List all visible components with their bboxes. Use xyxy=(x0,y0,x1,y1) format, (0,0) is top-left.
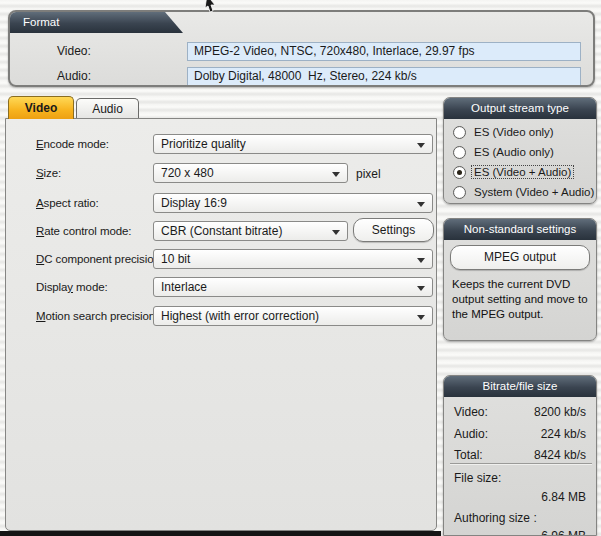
rate-control-select[interactable]: CBR (Constant bitrate) xyxy=(153,221,348,241)
display-mode-value: Interlace xyxy=(161,280,207,294)
motion-search-value: Highest (with error correction) xyxy=(161,309,319,323)
encode-mode-value: Prioritize quality xyxy=(161,137,246,151)
radio-label: ES (Video only) xyxy=(472,126,556,138)
rate-control-label: Rate control mode: xyxy=(36,225,131,237)
bitrate-audio-value: 224 kb/s xyxy=(541,427,586,441)
radio-label: ES (Audio only) xyxy=(472,146,556,158)
dc-precision-label: DC component precision: xyxy=(36,253,163,265)
size-value: 720 x 480 xyxy=(161,166,214,180)
chevron-down-icon xyxy=(417,315,425,320)
settings-button[interactable]: Settings xyxy=(353,218,434,242)
output-stream-type-header: Output stream type xyxy=(444,98,596,119)
format-video-field[interactable]: MPEG-2 Video, NTSC, 720x480, Interlace, … xyxy=(187,42,581,61)
encoder-settings-window: Format Video: MPEG-2 Video, NTSC, 720x48… xyxy=(0,0,601,536)
size-label: Size: xyxy=(36,167,61,179)
tab-audio-label: Audio xyxy=(92,102,123,116)
size-select[interactable]: 720 x 480 xyxy=(153,163,348,183)
bitrate-file-size-title: Bitrate/file size xyxy=(483,380,558,392)
chevron-down-icon xyxy=(417,143,425,148)
radio-icon xyxy=(453,166,466,179)
authoring-size-label: Authoring size : xyxy=(454,511,537,525)
mpeg-output-button[interactable]: MPEG output xyxy=(450,245,590,270)
tab-audio[interactable]: Audio xyxy=(76,98,139,119)
bitrate-file-size-panel: Bitrate/file size Video: 8200 kb/s Audio… xyxy=(443,375,597,536)
display-mode-select[interactable]: Interlace xyxy=(153,277,433,297)
tab-video[interactable]: Video xyxy=(8,96,74,119)
radio-icon xyxy=(453,146,466,159)
dc-precision-select[interactable]: 10 bit xyxy=(153,249,433,269)
bitrate-video-value: 8200 kb/s xyxy=(534,405,586,419)
format-panel-header: Format xyxy=(10,12,183,33)
tab-video-label: Video xyxy=(25,101,57,115)
aspect-ratio-label: Aspect ratio: xyxy=(36,197,99,209)
bitrate-file-size-header: Bitrate/file size xyxy=(444,376,596,397)
bitrate-audio-label: Audio: xyxy=(454,427,488,441)
format-audio-field[interactable]: Dolby Digital, 48000 Hz, Stereo, 224 kb/… xyxy=(187,67,581,86)
aspect-ratio-select[interactable]: Display 16:9 xyxy=(153,193,433,213)
aspect-ratio-value: Display 16:9 xyxy=(161,196,227,210)
authoring-size-value: 6.96 MB xyxy=(541,529,586,536)
dc-precision-value: 10 bit xyxy=(161,252,190,266)
output-stream-type-panel: Output stream type ES (Video only) ES (A… xyxy=(443,97,597,204)
format-video-label: Video: xyxy=(57,44,91,58)
bitrate-total-label: Total: xyxy=(454,448,483,462)
display-mode-label: Display mode: xyxy=(36,281,108,293)
non-standard-settings-panel: Non-standard settings MPEG output Keeps … xyxy=(443,218,597,341)
radio-label: System (Video + Audio) xyxy=(472,186,596,198)
mpeg-output-button-label: MPEG output xyxy=(484,250,556,264)
chevron-down-icon xyxy=(417,258,425,263)
chevron-down-icon xyxy=(332,172,340,177)
motion-search-label: Motion search precision: xyxy=(36,310,158,322)
bitrate-video-label: Video: xyxy=(454,405,488,419)
radio-label: ES (Video + Audio) xyxy=(472,166,573,178)
motion-search-select[interactable]: Highest (with error correction) xyxy=(153,306,433,326)
mouse-cursor-icon xyxy=(203,0,219,13)
non-standard-settings-header: Non-standard settings xyxy=(444,219,596,240)
non-standard-settings-title: Non-standard settings xyxy=(464,223,577,235)
radio-icon xyxy=(453,126,466,139)
file-size-value: 6.84 MB xyxy=(541,490,586,504)
encode-mode-select[interactable]: Prioritize quality xyxy=(153,134,433,154)
window-bottom-edge xyxy=(0,531,441,536)
format-panel: Format Video: MPEG-2 Video, NTSC, 720x48… xyxy=(8,10,595,87)
video-tab-panel: Encode mode: Prioritize quality Size: 72… xyxy=(5,118,437,531)
chevron-down-icon xyxy=(417,286,425,291)
output-stream-type-title: Output stream type xyxy=(471,102,569,114)
divider xyxy=(450,463,592,464)
non-standard-settings-description: Keeps the current DVD output setting and… xyxy=(452,277,592,322)
format-panel-title: Format xyxy=(23,16,59,28)
encode-mode-label: Encode mode: xyxy=(36,138,109,150)
radio-icon xyxy=(453,186,466,199)
chevron-down-icon xyxy=(417,202,425,207)
settings-button-label: Settings xyxy=(372,223,415,237)
size-unit-label: pixel xyxy=(356,167,381,181)
format-audio-label: Audio: xyxy=(57,69,91,83)
bitrate-total-value: 8424 kb/s xyxy=(534,448,586,462)
file-size-label: File size: xyxy=(454,471,501,485)
rate-control-value: CBR (Constant bitrate) xyxy=(161,224,282,238)
chevron-down-icon xyxy=(332,230,340,235)
